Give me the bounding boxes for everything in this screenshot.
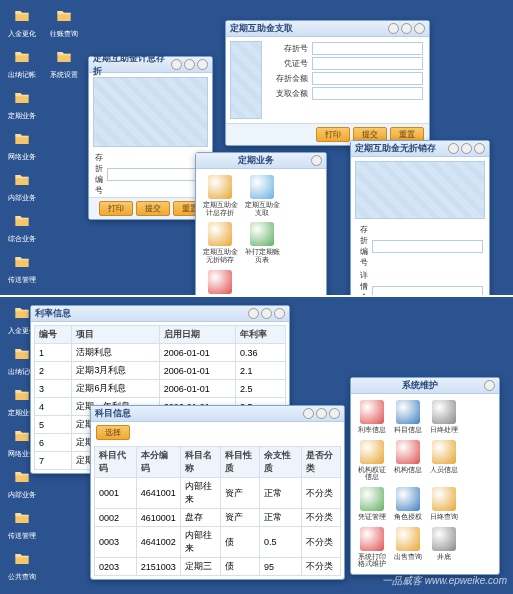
subject-table: 科目代码本分编码科目名称科目性质余支性质是否分类00014641001内部往来资… <box>94 446 341 576</box>
launcher-icon[interactable]: 利率信息 <box>355 398 389 436</box>
sys-icon-grid: 利率信息科目信息日终处理机构权证信息机构信息人员信息凭证管理角色授权日终查询系统… <box>351 394 499 574</box>
launcher-icon[interactable]: 井底 <box>427 525 461 570</box>
desktop-icon[interactable]: 往账查询 <box>48 6 80 39</box>
col-header: 科目性质 <box>220 447 259 478</box>
close-icon[interactable] <box>414 23 425 34</box>
window-title: 科目信息 <box>95 407 303 420</box>
desktop-icon[interactable]: 公共查询 <box>6 549 38 582</box>
window-subject: 科目信息 选择 科目代码本分编码科目名称科目性质余支性质是否分类00014641… <box>90 405 345 580</box>
launcher-icon[interactable]: 定期互助金无折销存 <box>200 220 240 265</box>
window-title: 定期互助金无折销存 <box>355 142 448 155</box>
desktop-icon[interactable]: 出纳记帐 <box>6 47 38 80</box>
min-icon[interactable] <box>171 59 182 70</box>
close-icon[interactable] <box>274 308 285 319</box>
desktop-top: 入金更化出纳记帐定期业务网络业务内部业务综合业务传送管理公共查询 往账查询系统设… <box>0 0 513 295</box>
window-biz: 定期业务 定期互助金计息存折定期互助金支取定期互助金无折销存补打定期账页表定期互… <box>195 152 327 318</box>
col-header: 科目名称 <box>181 447 220 478</box>
table-row[interactable]: 00024610001盘存资产正常不分类 <box>95 509 341 527</box>
close-icon[interactable] <box>474 143 485 154</box>
desktop-icons-col1: 入金更化出纳记帐定期业务网络业务内部业务综合业务传送管理公共查询 <box>6 6 38 326</box>
label: 存折号 <box>272 43 308 54</box>
desktop-icon[interactable]: 内部业务 <box>6 170 38 203</box>
col-header: 年利率 <box>236 326 286 344</box>
preview-canvas <box>230 41 262 119</box>
window-sys: 系统维护 利率信息科目信息日终处理机构权证信息机构信息人员信息凭证管理角色授权日… <box>350 377 500 575</box>
max-icon[interactable] <box>261 308 272 319</box>
window-title: 利率信息 <box>35 307 248 320</box>
close-icon[interactable] <box>311 155 322 166</box>
label: 存折金额 <box>272 73 308 84</box>
launcher-icon[interactable]: 机构信息 <box>391 438 425 483</box>
label: 支取金额 <box>272 88 308 99</box>
filter-button[interactable]: 选择 <box>96 425 130 440</box>
label: 存折编号 <box>357 224 368 268</box>
window-pay: 定期互助金支取 存折号 凭证号 存折金额 支取金额 打印 提交 重置 <box>225 20 430 146</box>
launcher-icon[interactable]: 系统打印格式维护 <box>355 525 389 570</box>
desktop-icon[interactable]: 网络业务 <box>6 129 38 162</box>
table-row[interactable]: 02032151003定期三债95不分类 <box>95 558 341 576</box>
desktop-icon[interactable]: 传送管理 <box>6 508 38 541</box>
desktop-icon[interactable]: 综合业务 <box>6 211 38 244</box>
input-account[interactable] <box>312 42 423 55</box>
max-icon[interactable] <box>401 23 412 34</box>
input-balance[interactable] <box>312 72 423 85</box>
window-title: 定期业务 <box>200 154 311 167</box>
desktop-bottom: 入金更化出纳记帐定期业务网络业务内部业务传送管理公共查询 利率信息 编号项目启用… <box>0 297 513 592</box>
window-title: 定期互助金计息存折 <box>93 52 171 78</box>
close-icon[interactable] <box>197 59 208 70</box>
launcher-icon[interactable]: 角色授权 <box>391 485 425 523</box>
desktop-icons-col2: 往账查询系统设置 <box>48 6 80 80</box>
launcher-icon[interactable]: 机构权证信息 <box>355 438 389 483</box>
min-icon[interactable] <box>303 408 314 419</box>
input-account[interactable] <box>372 240 483 253</box>
label-account-no: 存折编号 <box>95 152 103 196</box>
desktop-icon[interactable]: 入金更化 <box>6 6 38 39</box>
launcher-icon[interactable]: 科目信息 <box>391 398 425 436</box>
col-header: 项目 <box>72 326 159 344</box>
col-header: 编号 <box>35 326 72 344</box>
min-icon[interactable] <box>248 308 259 319</box>
window-title: 定期互助金支取 <box>230 22 388 35</box>
max-icon[interactable] <box>316 408 327 419</box>
print-button[interactable]: 打印 <box>316 127 350 142</box>
table-row[interactable]: 00014641001内部往来资产正常不分类 <box>95 478 341 509</box>
table-row[interactable]: 2定期3月利息2006-01-012.1 <box>35 362 286 380</box>
launcher-icon[interactable]: 日终查询 <box>427 485 461 523</box>
launcher-icon[interactable]: 人员信息 <box>427 438 461 483</box>
table-row[interactable]: 1活期利息2006-01-010.36 <box>35 344 286 362</box>
desktop-icon[interactable]: 定期业务 <box>6 88 38 121</box>
col-header: 科目代码 <box>95 447 137 478</box>
preview-canvas <box>93 77 208 147</box>
table-row[interactable]: 10112111001活期存款债1不分类 <box>95 576 341 577</box>
close-icon[interactable] <box>329 408 340 419</box>
max-icon[interactable] <box>461 143 472 154</box>
window-title: 系统维护 <box>355 379 484 392</box>
col-header: 是否分类 <box>301 447 340 478</box>
col-header: 余支性质 <box>260 447 302 478</box>
launcher-icon[interactable]: 凭证管理 <box>355 485 389 523</box>
table-row[interactable]: 00034641002内部往来债0.5不分类 <box>95 527 341 558</box>
print-button[interactable]: 打印 <box>99 201 133 216</box>
input-voucher[interactable] <box>312 57 423 70</box>
col-header: 启用日期 <box>159 326 235 344</box>
table-row[interactable]: 3定期6月利息2006-01-012.5 <box>35 380 286 398</box>
watermark: 一品威客 www.epweike.com <box>382 574 507 588</box>
desktop-icon[interactable]: 传送管理 <box>6 252 38 285</box>
launcher-icon[interactable]: 补打定期账页表 <box>242 220 282 265</box>
min-icon[interactable] <box>388 23 399 34</box>
launcher-icon[interactable]: 日终处理 <box>427 398 461 436</box>
col-header: 本分编码 <box>136 447 181 478</box>
close-icon[interactable] <box>484 380 495 391</box>
launcher-icon[interactable]: 定期互助金计息存折 <box>200 173 240 218</box>
label: 凭证号 <box>272 58 308 69</box>
preview-canvas <box>355 161 485 219</box>
max-icon[interactable] <box>184 59 195 70</box>
launcher-icon[interactable]: 出售查询 <box>391 525 425 570</box>
input-amount[interactable] <box>312 87 423 100</box>
desktop-icon[interactable]: 系统设置 <box>48 47 80 80</box>
submit-button[interactable]: 提交 <box>136 201 170 216</box>
launcher-icon[interactable]: 定期互助金支取 <box>242 173 282 218</box>
min-icon[interactable] <box>448 143 459 154</box>
